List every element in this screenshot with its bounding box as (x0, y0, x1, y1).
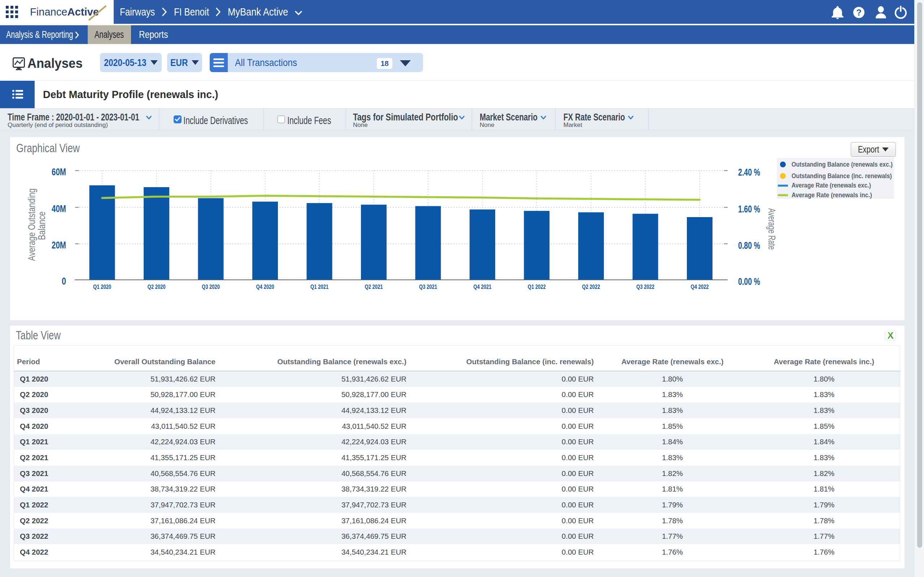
svg-text:Q4 2021: Q4 2021 (473, 284, 492, 290)
svg-text:Average Rate (renewals inc.): Average Rate (renewals inc.) (792, 191, 872, 199)
svg-text:Outstanding Balance (renewals: Outstanding Balance (renewals exc.) (792, 161, 893, 168)
svg-text:Q1 2020: Q1 2020 (93, 284, 111, 290)
svg-text:Q4 2022: Q4 2022 (691, 284, 709, 290)
svg-text:Average Rate: Average Rate (766, 208, 777, 250)
svg-text:Average Outstanding: Average Outstanding (26, 189, 37, 261)
svg-text:Q2 2020: Q2 2020 (148, 284, 166, 290)
svg-text:40M: 40M (52, 203, 66, 214)
svg-text:Graphical View: Graphical View (16, 141, 80, 155)
svg-text:Balance: Balance (36, 212, 47, 240)
svg-text:Q4 2020: Q4 2020 (256, 284, 274, 290)
svg-text:Outstanding Balance (inc. rene: Outstanding Balance (inc. renewals) (792, 172, 892, 180)
svg-text:0.00 %: 0.00 % (738, 276, 760, 287)
svg-text:Q2 2022: Q2 2022 (582, 284, 600, 290)
svg-text:60M: 60M (52, 166, 66, 177)
svg-text:2.40 %: 2.40 % (738, 167, 760, 178)
svg-text:1.60 %: 1.60 % (738, 203, 760, 214)
svg-text:0.80 %: 0.80 % (738, 240, 760, 251)
svg-text:?: ? (856, 8, 861, 17)
svg-text:0: 0 (62, 276, 66, 287)
svg-text:Q2 2021: Q2 2021 (365, 284, 383, 290)
svg-text:Average Rate (renewals exc.): Average Rate (renewals exc.) (792, 181, 871, 189)
svg-text:Q1 2021: Q1 2021 (310, 284, 328, 290)
svg-text:Q3 2022: Q3 2022 (636, 284, 654, 290)
svg-text:Q3 2020: Q3 2020 (202, 284, 220, 290)
svg-text:20M: 20M (52, 239, 66, 251)
svg-text:Q3 2021: Q3 2021 (419, 284, 437, 290)
svg-text:X: X (888, 330, 894, 340)
svg-text:Q1 2022: Q1 2022 (528, 284, 546, 290)
